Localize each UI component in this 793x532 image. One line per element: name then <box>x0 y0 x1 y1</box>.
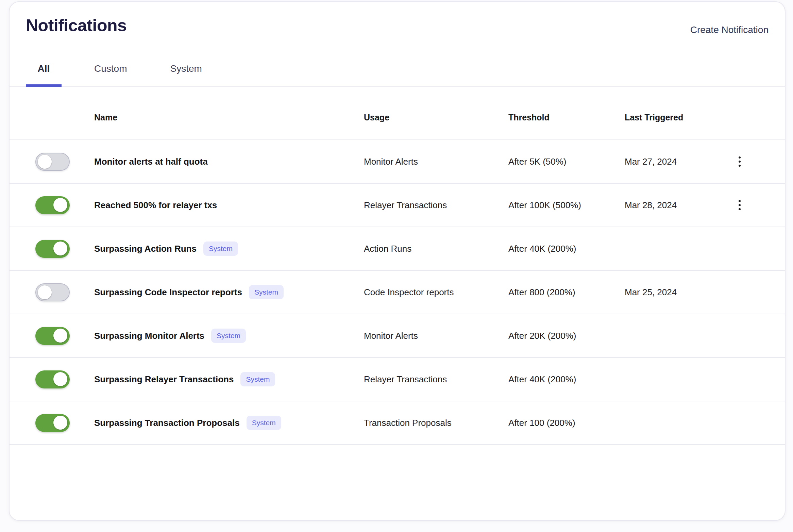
usage-value: Relayer Transactions <box>364 374 508 385</box>
toggle-knob <box>38 285 52 299</box>
column-header-usage: Usage <box>364 113 508 122</box>
system-badge: System <box>211 329 246 343</box>
table-row: Monitor alerts at half quota Monitor Ale… <box>10 140 785 184</box>
tab-all[interactable]: All <box>26 63 62 87</box>
page-title: Notifications <box>26 16 126 35</box>
system-badge: System <box>203 242 238 256</box>
enable-toggle[interactable] <box>35 240 70 258</box>
enable-toggle[interactable] <box>35 327 70 345</box>
notifications-card: Notifications Create Notification All Cu… <box>9 1 786 521</box>
kebab-menu-icon[interactable] <box>735 198 744 212</box>
notification-name: Monitor alerts at half quota <box>94 156 208 167</box>
notification-name: Surpassing Transaction Proposals <box>94 418 240 428</box>
card-header: Notifications Create Notification <box>10 2 785 35</box>
usage-value: Code Inspector reports <box>364 287 508 298</box>
toggle-knob <box>53 372 67 386</box>
usage-value: Action Runs <box>364 244 508 254</box>
tab-system[interactable]: System <box>170 63 202 87</box>
table-row: Surpassing Monitor Alerts System Monitor… <box>10 314 785 358</box>
system-badge: System <box>240 372 275 386</box>
threshold-value: After 40K (200%) <box>508 244 625 254</box>
enable-toggle[interactable] <box>35 414 70 432</box>
column-header-name: Name <box>94 113 364 122</box>
column-header-last-triggered: Last Triggered <box>625 113 720 122</box>
notification-name: Surpassing Code Inspector reports <box>94 287 242 298</box>
system-badge: System <box>247 416 281 430</box>
notification-name: Surpassing Relayer Transactions <box>94 374 234 385</box>
table-row: Surpassing Relayer Transactions System R… <box>10 358 785 401</box>
enable-toggle[interactable] <box>35 370 70 388</box>
last-triggered-value: Mar 28, 2024 <box>625 200 720 211</box>
toggle-knob <box>53 329 67 343</box>
usage-value: Transaction Proposals <box>364 418 508 428</box>
last-triggered-value: Mar 27, 2024 <box>625 156 720 167</box>
enable-toggle[interactable] <box>35 153 70 171</box>
toggle-knob <box>38 155 52 169</box>
notification-name: Surpassing Action Runs <box>94 244 197 254</box>
threshold-value: After 20K (200%) <box>508 331 625 341</box>
usage-value: Monitor Alerts <box>364 156 508 167</box>
usage-value: Relayer Transactions <box>364 200 508 211</box>
table-header-row: Name Usage Threshold Last Triggered <box>10 87 785 140</box>
toggle-knob <box>53 242 67 255</box>
tab-custom[interactable]: Custom <box>94 63 127 87</box>
create-notification-button[interactable]: Create Notification <box>690 24 769 35</box>
table-row: Surpassing Code Inspector reports System… <box>10 271 785 314</box>
kebab-menu-icon[interactable] <box>735 154 744 169</box>
column-header-threshold: Threshold <box>508 113 625 122</box>
threshold-value: After 100 (200%) <box>508 418 625 428</box>
toggle-knob <box>53 198 67 212</box>
last-triggered-value: Mar 25, 2024 <box>625 287 720 298</box>
threshold-value: After 40K (200%) <box>508 374 625 385</box>
usage-value: Monitor Alerts <box>364 331 508 341</box>
tab-bar: All Custom System <box>10 63 785 87</box>
table-row: Surpassing Action Runs System Action Run… <box>10 227 785 271</box>
threshold-value: After 5K (50%) <box>508 156 625 167</box>
table-body: Monitor alerts at half quota Monitor Ale… <box>10 140 785 445</box>
toggle-knob <box>53 416 67 430</box>
table-row: Surpassing Transaction Proposals System … <box>10 401 785 445</box>
enable-toggle[interactable] <box>35 283 70 301</box>
threshold-value: After 800 (200%) <box>508 287 625 298</box>
threshold-value: After 100K (500%) <box>508 200 625 211</box>
system-badge: System <box>249 285 284 299</box>
enable-toggle[interactable] <box>35 196 70 214</box>
table-row: Reached 500% for relayer txs Relayer Tra… <box>10 184 785 227</box>
notification-name: Reached 500% for relayer txs <box>94 200 217 211</box>
notification-name: Surpassing Monitor Alerts <box>94 331 204 341</box>
